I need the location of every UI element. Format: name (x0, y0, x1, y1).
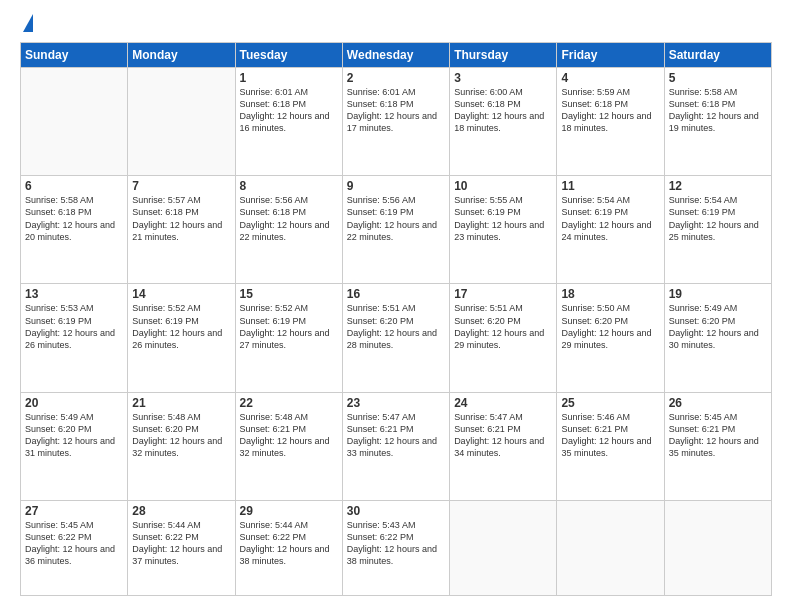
day-info: Sunrise: 5:53 AM Sunset: 6:19 PM Dayligh… (25, 302, 123, 351)
day-number: 7 (132, 179, 230, 193)
calendar-cell: 11Sunrise: 5:54 AM Sunset: 6:19 PM Dayli… (557, 176, 664, 284)
calendar-cell: 26Sunrise: 5:45 AM Sunset: 6:21 PM Dayli… (664, 392, 771, 500)
day-info: Sunrise: 5:44 AM Sunset: 6:22 PM Dayligh… (240, 519, 338, 568)
calendar-cell: 13Sunrise: 5:53 AM Sunset: 6:19 PM Dayli… (21, 284, 128, 392)
weekday-header-wednesday: Wednesday (342, 43, 449, 68)
day-info: Sunrise: 5:50 AM Sunset: 6:20 PM Dayligh… (561, 302, 659, 351)
day-number: 30 (347, 504, 445, 518)
calendar-cell: 12Sunrise: 5:54 AM Sunset: 6:19 PM Dayli… (664, 176, 771, 284)
calendar-cell: 22Sunrise: 5:48 AM Sunset: 6:21 PM Dayli… (235, 392, 342, 500)
calendar-cell: 4Sunrise: 5:59 AM Sunset: 6:18 PM Daylig… (557, 68, 664, 176)
day-number: 1 (240, 71, 338, 85)
day-number: 13 (25, 287, 123, 301)
day-info: Sunrise: 5:58 AM Sunset: 6:18 PM Dayligh… (669, 86, 767, 135)
day-number: 25 (561, 396, 659, 410)
day-info: Sunrise: 5:47 AM Sunset: 6:21 PM Dayligh… (454, 411, 552, 460)
day-info: Sunrise: 6:00 AM Sunset: 6:18 PM Dayligh… (454, 86, 552, 135)
calendar-cell: 7Sunrise: 5:57 AM Sunset: 6:18 PM Daylig… (128, 176, 235, 284)
day-info: Sunrise: 5:45 AM Sunset: 6:22 PM Dayligh… (25, 519, 123, 568)
calendar-cell (450, 500, 557, 595)
day-info: Sunrise: 5:52 AM Sunset: 6:19 PM Dayligh… (240, 302, 338, 351)
calendar-week-1: 1Sunrise: 6:01 AM Sunset: 6:18 PM Daylig… (21, 68, 772, 176)
day-number: 28 (132, 504, 230, 518)
calendar-week-4: 20Sunrise: 5:49 AM Sunset: 6:20 PM Dayli… (21, 392, 772, 500)
calendar-cell: 20Sunrise: 5:49 AM Sunset: 6:20 PM Dayli… (21, 392, 128, 500)
calendar-week-3: 13Sunrise: 5:53 AM Sunset: 6:19 PM Dayli… (21, 284, 772, 392)
day-info: Sunrise: 5:51 AM Sunset: 6:20 PM Dayligh… (347, 302, 445, 351)
day-number: 18 (561, 287, 659, 301)
calendar-cell: 29Sunrise: 5:44 AM Sunset: 6:22 PM Dayli… (235, 500, 342, 595)
day-info: Sunrise: 5:58 AM Sunset: 6:18 PM Dayligh… (25, 194, 123, 243)
calendar-week-5: 27Sunrise: 5:45 AM Sunset: 6:22 PM Dayli… (21, 500, 772, 595)
day-info: Sunrise: 5:44 AM Sunset: 6:22 PM Dayligh… (132, 519, 230, 568)
weekday-header-saturday: Saturday (664, 43, 771, 68)
header (20, 16, 772, 32)
calendar-cell: 25Sunrise: 5:46 AM Sunset: 6:21 PM Dayli… (557, 392, 664, 500)
day-info: Sunrise: 5:49 AM Sunset: 6:20 PM Dayligh… (669, 302, 767, 351)
calendar-cell: 5Sunrise: 5:58 AM Sunset: 6:18 PM Daylig… (664, 68, 771, 176)
calendar-cell: 27Sunrise: 5:45 AM Sunset: 6:22 PM Dayli… (21, 500, 128, 595)
weekday-header-row: SundayMondayTuesdayWednesdayThursdayFrid… (21, 43, 772, 68)
calendar-cell: 15Sunrise: 5:52 AM Sunset: 6:19 PM Dayli… (235, 284, 342, 392)
day-number: 20 (25, 396, 123, 410)
calendar-cell: 14Sunrise: 5:52 AM Sunset: 6:19 PM Dayli… (128, 284, 235, 392)
day-number: 3 (454, 71, 552, 85)
calendar-cell: 6Sunrise: 5:58 AM Sunset: 6:18 PM Daylig… (21, 176, 128, 284)
day-info: Sunrise: 5:56 AM Sunset: 6:18 PM Dayligh… (240, 194, 338, 243)
day-info: Sunrise: 5:54 AM Sunset: 6:19 PM Dayligh… (669, 194, 767, 243)
weekday-header-monday: Monday (128, 43, 235, 68)
day-number: 5 (669, 71, 767, 85)
calendar-cell (664, 500, 771, 595)
calendar-cell (21, 68, 128, 176)
day-info: Sunrise: 5:46 AM Sunset: 6:21 PM Dayligh… (561, 411, 659, 460)
logo (20, 16, 33, 32)
day-number: 21 (132, 396, 230, 410)
calendar-cell (557, 500, 664, 595)
day-number: 16 (347, 287, 445, 301)
calendar-cell: 19Sunrise: 5:49 AM Sunset: 6:20 PM Dayli… (664, 284, 771, 392)
day-info: Sunrise: 5:55 AM Sunset: 6:19 PM Dayligh… (454, 194, 552, 243)
day-number: 6 (25, 179, 123, 193)
calendar-cell: 3Sunrise: 6:00 AM Sunset: 6:18 PM Daylig… (450, 68, 557, 176)
day-number: 9 (347, 179, 445, 193)
calendar-cell: 23Sunrise: 5:47 AM Sunset: 6:21 PM Dayli… (342, 392, 449, 500)
day-number: 12 (669, 179, 767, 193)
day-number: 10 (454, 179, 552, 193)
day-info: Sunrise: 5:43 AM Sunset: 6:22 PM Dayligh… (347, 519, 445, 568)
calendar-cell: 1Sunrise: 6:01 AM Sunset: 6:18 PM Daylig… (235, 68, 342, 176)
day-number: 23 (347, 396, 445, 410)
calendar-cell: 16Sunrise: 5:51 AM Sunset: 6:20 PM Dayli… (342, 284, 449, 392)
day-info: Sunrise: 5:48 AM Sunset: 6:20 PM Dayligh… (132, 411, 230, 460)
logo-icon (23, 14, 33, 32)
day-number: 29 (240, 504, 338, 518)
day-number: 4 (561, 71, 659, 85)
day-info: Sunrise: 5:49 AM Sunset: 6:20 PM Dayligh… (25, 411, 123, 460)
day-info: Sunrise: 5:45 AM Sunset: 6:21 PM Dayligh… (669, 411, 767, 460)
calendar-cell: 17Sunrise: 5:51 AM Sunset: 6:20 PM Dayli… (450, 284, 557, 392)
calendar-cell: 28Sunrise: 5:44 AM Sunset: 6:22 PM Dayli… (128, 500, 235, 595)
day-info: Sunrise: 5:59 AM Sunset: 6:18 PM Dayligh… (561, 86, 659, 135)
calendar-cell (128, 68, 235, 176)
calendar-week-2: 6Sunrise: 5:58 AM Sunset: 6:18 PM Daylig… (21, 176, 772, 284)
day-number: 11 (561, 179, 659, 193)
calendar-cell: 21Sunrise: 5:48 AM Sunset: 6:20 PM Dayli… (128, 392, 235, 500)
day-info: Sunrise: 5:47 AM Sunset: 6:21 PM Dayligh… (347, 411, 445, 460)
calendar-cell: 8Sunrise: 5:56 AM Sunset: 6:18 PM Daylig… (235, 176, 342, 284)
day-info: Sunrise: 5:51 AM Sunset: 6:20 PM Dayligh… (454, 302, 552, 351)
day-info: Sunrise: 5:57 AM Sunset: 6:18 PM Dayligh… (132, 194, 230, 243)
weekday-header-thursday: Thursday (450, 43, 557, 68)
day-info: Sunrise: 5:56 AM Sunset: 6:19 PM Dayligh… (347, 194, 445, 243)
weekday-header-tuesday: Tuesday (235, 43, 342, 68)
day-info: Sunrise: 5:52 AM Sunset: 6:19 PM Dayligh… (132, 302, 230, 351)
day-number: 19 (669, 287, 767, 301)
day-number: 26 (669, 396, 767, 410)
calendar-cell: 9Sunrise: 5:56 AM Sunset: 6:19 PM Daylig… (342, 176, 449, 284)
calendar-cell: 24Sunrise: 5:47 AM Sunset: 6:21 PM Dayli… (450, 392, 557, 500)
calendar-cell: 2Sunrise: 6:01 AM Sunset: 6:18 PM Daylig… (342, 68, 449, 176)
weekday-header-friday: Friday (557, 43, 664, 68)
day-info: Sunrise: 6:01 AM Sunset: 6:18 PM Dayligh… (240, 86, 338, 135)
day-number: 15 (240, 287, 338, 301)
day-number: 8 (240, 179, 338, 193)
calendar-cell: 10Sunrise: 5:55 AM Sunset: 6:19 PM Dayli… (450, 176, 557, 284)
day-number: 22 (240, 396, 338, 410)
